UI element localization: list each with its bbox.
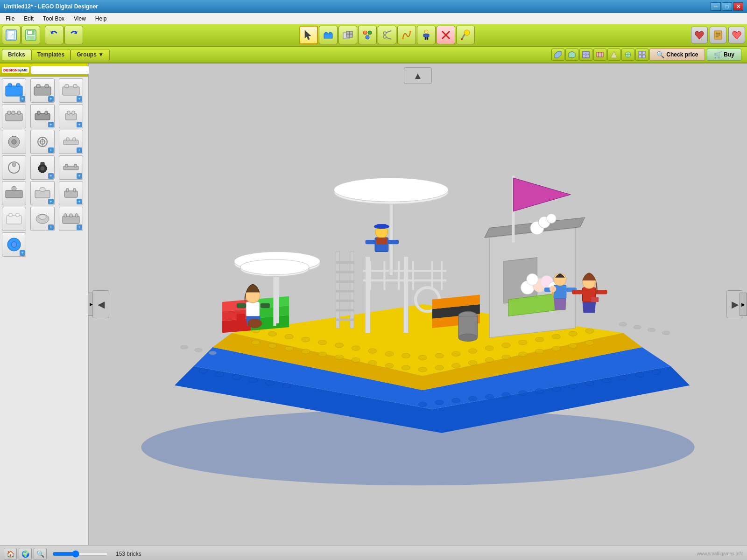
- delete-button[interactable]: [437, 26, 455, 44]
- brick-item[interactable]: +: [2, 232, 26, 257]
- minimize-button[interactable]: ─: [711, 2, 721, 11]
- svg-point-138: [285, 346, 293, 351]
- check-price-label: Check price: [666, 51, 698, 58]
- new-button[interactable]: 📄: [2, 26, 21, 44]
- brick-item[interactable]: +: [30, 181, 55, 205]
- menu-edit[interactable]: Edit: [20, 14, 37, 23]
- brick-item[interactable]: [2, 155, 26, 180]
- status-home-icon[interactable]: 🏠: [4, 548, 17, 560]
- status-search-icon[interactable]: 🔍: [34, 548, 47, 560]
- svg-point-151: [502, 355, 510, 359]
- tab-templates[interactable]: Templates: [31, 49, 70, 60]
- svg-marker-253: [554, 299, 566, 310]
- brick-item[interactable]: +: [59, 78, 83, 103]
- brick-item[interactable]: [2, 104, 26, 128]
- brick-item[interactable]: +: [2, 78, 26, 103]
- menu-file[interactable]: File: [2, 14, 18, 23]
- view-btn-4[interactable]: [593, 49, 606, 61]
- svg-marker-7: [305, 30, 311, 40]
- brick-tool-button[interactable]: [319, 26, 338, 44]
- plus-badge: +: [48, 96, 54, 102]
- favorite-button[interactable]: [728, 27, 745, 43]
- view-btn-1[interactable]: [551, 49, 564, 61]
- group-button[interactable]: [358, 26, 377, 44]
- menu-toolbox[interactable]: Tool Box: [39, 14, 68, 23]
- brick-item[interactable]: +: [59, 207, 83, 231]
- brick-item[interactable]: +: [30, 130, 55, 154]
- lego-scene: [89, 63, 747, 545]
- buy-label: Buy: [724, 51, 734, 58]
- svg-point-154: [552, 346, 560, 351]
- tab-groups[interactable]: Groups ▼: [70, 49, 110, 60]
- view-btn-5[interactable]: [607, 49, 620, 61]
- svg-point-144: [385, 364, 394, 368]
- brick-item[interactable]: +: [30, 104, 55, 128]
- tab-bricks[interactable]: Bricks: [2, 49, 31, 60]
- svg-point-123: [385, 351, 394, 356]
- viewport[interactable]: ▲ ◀ ▶ ▶: [89, 63, 747, 545]
- svg-rect-28: [425, 37, 426, 40]
- svg-rect-56: [8, 84, 12, 87]
- view-btn-6[interactable]: [621, 49, 634, 61]
- svg-rect-100: [16, 213, 19, 217]
- viewport-up-arrow[interactable]: ▲: [404, 67, 432, 84]
- close-button[interactable]: ✕: [733, 2, 743, 11]
- brick-item[interactable]: [2, 181, 26, 205]
- minifig-button[interactable]: [417, 26, 436, 44]
- svg-rect-204: [336, 261, 354, 264]
- brick-item[interactable]: +: [59, 104, 83, 128]
- svg-point-157: [199, 369, 207, 373]
- svg-point-136: [251, 340, 260, 345]
- brick-item[interactable]: +: [59, 130, 83, 154]
- redo-button[interactable]: [64, 26, 83, 44]
- paint-button[interactable]: [456, 26, 475, 44]
- zoom-slider[interactable]: [52, 550, 108, 558]
- select-tool-button[interactable]: [299, 26, 318, 44]
- brick-item[interactable]: +: [30, 207, 55, 231]
- svg-point-141: [335, 355, 343, 359]
- svg-rect-104: [64, 214, 67, 217]
- menu-view[interactable]: View: [70, 14, 90, 23]
- view-btn-2[interactable]: [565, 49, 578, 61]
- svg-rect-6: [27, 36, 35, 40]
- brick-item[interactable]: +: [30, 155, 55, 180]
- svg-point-267: [240, 259, 309, 275]
- buy-button[interactable]: 🛒 Buy: [707, 49, 741, 61]
- plus-badge: +: [77, 96, 82, 102]
- clone-button[interactable]: [338, 26, 357, 44]
- svg-point-258: [550, 286, 556, 292]
- brick-item[interactable]: +: [59, 155, 83, 180]
- check-price-button[interactable]: 🔍 Check price: [649, 49, 705, 61]
- view-btn-7[interactable]: [635, 49, 648, 61]
- svg-point-183: [648, 328, 655, 332]
- brick-item[interactable]: +: [59, 181, 83, 205]
- save-button[interactable]: [21, 26, 40, 44]
- status-web-icon[interactable]: 🌍: [19, 548, 32, 560]
- check-price-icon: 🔍: [656, 51, 664, 58]
- brick-item[interactable]: +: [30, 78, 55, 103]
- svg-point-16: [368, 31, 372, 35]
- brick-item[interactable]: [2, 207, 26, 231]
- svg-rect-10: [329, 32, 331, 34]
- building-guide-button[interactable]: [710, 27, 726, 43]
- status-bar: 🏠 🌍 🔍 153 bricks www.small-games.info: [0, 545, 747, 560]
- hinge-button[interactable]: [397, 26, 416, 44]
- wishlist-button[interactable]: [691, 27, 708, 43]
- svg-rect-90: [74, 164, 77, 167]
- undo-button[interactable]: [45, 26, 63, 44]
- right-collapse-handle[interactable]: ▶: [740, 293, 747, 316]
- action-buttons: 🔍 Check price 🛒 Buy: [649, 49, 741, 61]
- svg-point-182: [634, 325, 641, 329]
- viewport-left-arrow[interactable]: ◀: [92, 290, 109, 318]
- view-btn-3[interactable]: [579, 49, 592, 61]
- svg-rect-206: [336, 280, 354, 283]
- svg-rect-98: [7, 216, 21, 224]
- scissors-button[interactable]: [378, 26, 396, 44]
- svg-point-131: [519, 340, 527, 345]
- svg-point-139: [302, 349, 310, 354]
- svg-rect-262: [596, 290, 607, 294]
- menu-help[interactable]: Help: [92, 14, 111, 23]
- svg-rect-67: [17, 111, 21, 114]
- maximize-button[interactable]: □: [722, 2, 732, 11]
- brick-item[interactable]: [2, 130, 26, 154]
